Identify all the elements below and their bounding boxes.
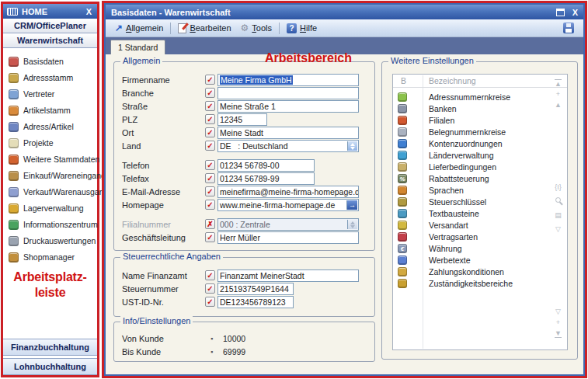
check-icon[interactable]: ✓ (205, 141, 215, 151)
settings-item-belegnummernkreise[interactable]: Belegnummernkreise (393, 127, 567, 138)
dropdown-spinner-icon[interactable] (347, 141, 357, 151)
sidebar-item-informationszentrum[interactable]: Informationszentrum (9, 217, 96, 231)
settings-item-zahlungskonditionen[interactable]: Zahlungskonditionen (393, 266, 567, 278)
restore-icon[interactable] (556, 9, 565, 16)
sidebar-item-adress-artikel[interactable]: Adress/Artikel (9, 120, 96, 134)
field-label: Telefon (122, 160, 204, 171)
settings-item-versandart[interactable]: Versandart (393, 220, 567, 231)
settings-item-label: Währung (429, 244, 462, 254)
check-icon[interactable]: ✓ (205, 160, 215, 170)
check-icon[interactable]: ✓ (205, 101, 215, 111)
settings-item-kontenzuordnungen[interactable]: Kontenzuordnungen (393, 138, 567, 150)
steuernummer-input[interactable]: 2151937549P1644 (217, 283, 294, 295)
search-icon[interactable] (555, 197, 561, 203)
edit-indicator-icon[interactable]: {I} (553, 183, 563, 191)
toolbar-hilfe-button[interactable]: ? Hilfe (282, 21, 322, 36)
check-icon[interactable]: ✓ (205, 283, 215, 294)
homepage-input[interactable]: www.meine-firma-homepage.de→ (217, 199, 359, 211)
ustid-input[interactable]: DE123456789123 (217, 296, 294, 308)
settings-list: B Bezeichnung Adressnummernkreise Banken… (392, 74, 568, 350)
toolbar-allgemein-button[interactable]: ↗ Allgemein (110, 21, 168, 36)
sidebar-item-artikelstamm[interactable]: Artikelstamm (9, 103, 96, 117)
scroll-up-icon[interactable]: ▲ (553, 101, 563, 109)
field-label: Branche (122, 88, 204, 99)
branche-input[interactable] (217, 87, 359, 99)
cross-icon[interactable]: ✗ (205, 219, 215, 229)
settings-item-steuerschluessel[interactable]: Steuerschlüssel (393, 196, 567, 208)
check-icon[interactable]: ✓ (205, 200, 215, 210)
sidebar-item-label: Basisdaten (23, 57, 64, 66)
land-select[interactable]: DE : Deutschland (217, 140, 359, 152)
settings-item-sprachen[interactable]: Sprachen (393, 185, 567, 196)
settings-item-banken[interactable]: Banken (393, 103, 567, 115)
settings-item-label: Banken (429, 104, 457, 114)
settings-item-filialen[interactable]: Filialen (393, 115, 567, 127)
firmenname-input[interactable]: Meine Firma GmbH (217, 74, 359, 86)
settings-item-zustaendigkeitsbereiche[interactable]: Zuständigkeitsbereiche (393, 278, 567, 290)
finanzamt-input[interactable]: Finanzamt MeinerStadt (217, 269, 359, 282)
window-titlebar: Basisdaten - Warenwirtschaft X (106, 5, 583, 19)
close-icon[interactable]: X (571, 8, 579, 17)
telefax-input[interactable]: 01234 56789-99 (217, 172, 315, 185)
settings-item-waehrung[interactable]: €Währung (393, 243, 567, 255)
plz-input[interactable]: 12345 (217, 113, 267, 126)
sidebar-item-lagerverwaltung[interactable]: Lagerverwaltung (9, 201, 96, 215)
settings-item-rabattsteuerung[interactable]: %Rabattsteuerung (393, 173, 567, 185)
arbeitsplatzleiste-annotation: Arbeitsplatz- leiste (3, 269, 97, 301)
field-row: UST-ID-Nr. ✓ DE123456789123 (114, 296, 374, 308)
check-icon[interactable]: ✓ (205, 186, 215, 196)
telefon-input[interactable]: 01234 56789-00 (217, 159, 315, 172)
sidebar-item-shopmanager[interactable]: Shopmanager (9, 250, 96, 264)
check-icon[interactable]: ✓ (205, 114, 215, 124)
check-icon[interactable]: ✓ (205, 232, 215, 242)
settings-item-adressnummernkreise[interactable]: Adressnummernkreise (393, 92, 567, 103)
check-icon[interactable]: ✓ (205, 173, 215, 183)
sidebar-item-einkauf-wareneingang[interactable]: Einkauf/Wareneingang (9, 169, 96, 183)
scroll-down-icon[interactable]: ▽ (553, 308, 563, 315)
email-input[interactable]: meinefirma@meine-firma-homepage.de (217, 186, 359, 198)
settings-item-vertragsarten[interactable]: Vertragsarten (393, 231, 567, 243)
open-link-icon[interactable]: → (346, 200, 357, 210)
settings-item-lieferbedingungen[interactable]: Lieferbedingungen (393, 162, 567, 173)
sidebar-item-druckauswertungen[interactable]: Druckauswertungen (9, 234, 96, 248)
scroll-to-bottom-icon[interactable]: ▼ (553, 329, 563, 338)
check-icon[interactable]: ✓ (205, 88, 215, 98)
sidebar-section-crm-officeplaner[interactable]: CRM/OfficePlaner (3, 19, 97, 33)
help-icon: ? (287, 23, 297, 33)
strasse-input[interactable]: Meine Straße 1 (217, 100, 359, 113)
tab-standard[interactable]: 1 Standard (110, 40, 165, 54)
toolbar: ↗ Allgemein Bearbeiten ⚙ Tools ? Hilfe (106, 19, 583, 37)
insert-icon[interactable]: + (553, 90, 563, 98)
field-label: Bis Kunde (122, 346, 204, 357)
field-row: Geschäftsleitung ✓ Herr Müller (114, 231, 374, 244)
settings-item-textbausteine[interactable]: Textbausteine (393, 208, 567, 220)
sidebar-section-lohnbuchhaltung[interactable]: Lohnbuchhaltung (3, 358, 97, 375)
settings-item-werbetexte[interactable]: Werbetexte (393, 255, 567, 266)
toolbar-tools-button[interactable]: ⚙ Tools (236, 21, 277, 36)
sidebar-item-verkauf-warenausgang[interactable]: Verkauf/Warenausgang (9, 185, 96, 199)
sidebar-close-icon[interactable]: X (85, 7, 93, 16)
sidebar-section-warenwirtschaft[interactable]: Warenwirtschaft (3, 33, 97, 48)
sidebar-section-finanzbuchhaltung[interactable]: Finanzbuchhaltung (3, 339, 97, 356)
check-icon[interactable]: ✓ (205, 127, 215, 137)
save-icon[interactable] (563, 23, 574, 33)
grid-view-icon[interactable]: ▤ (553, 211, 563, 219)
settings-item-laenderverwaltung[interactable]: Länderverwaltung (393, 150, 567, 162)
sidebar-item-adressstamm[interactable]: Adressstamm (9, 71, 96, 85)
check-icon[interactable]: ✓ (205, 297, 215, 307)
check-icon[interactable]: ✓ (205, 75, 215, 85)
sidebar-item-weitere-stammdaten[interactable]: Weitere Stammdaten (9, 152, 96, 166)
toolbar-bearbeiten-button[interactable]: Bearbeiten (173, 21, 235, 36)
scroll-to-top-icon[interactable]: ▲ (553, 79, 563, 88)
group-title: Info/Einstellungen (120, 316, 193, 325)
geschaeftsleitung-input[interactable]: Herr Müller (217, 231, 359, 244)
sidebar-item-vertreter[interactable]: Vertreter (9, 87, 96, 101)
field-label: Land (122, 141, 204, 151)
sidebar-item-projekte[interactable]: Projekte (9, 136, 96, 150)
append-icon[interactable]: + (553, 318, 563, 326)
ort-input[interactable]: Meine Stadt (217, 127, 359, 139)
check-icon[interactable]: ✓ (205, 270, 215, 280)
filter-icon[interactable]: ▽ (553, 225, 563, 233)
homepage-value: www.meine-firma-homepage.de (220, 200, 335, 210)
sidebar-item-basisdaten[interactable]: Basisdaten (9, 54, 96, 68)
